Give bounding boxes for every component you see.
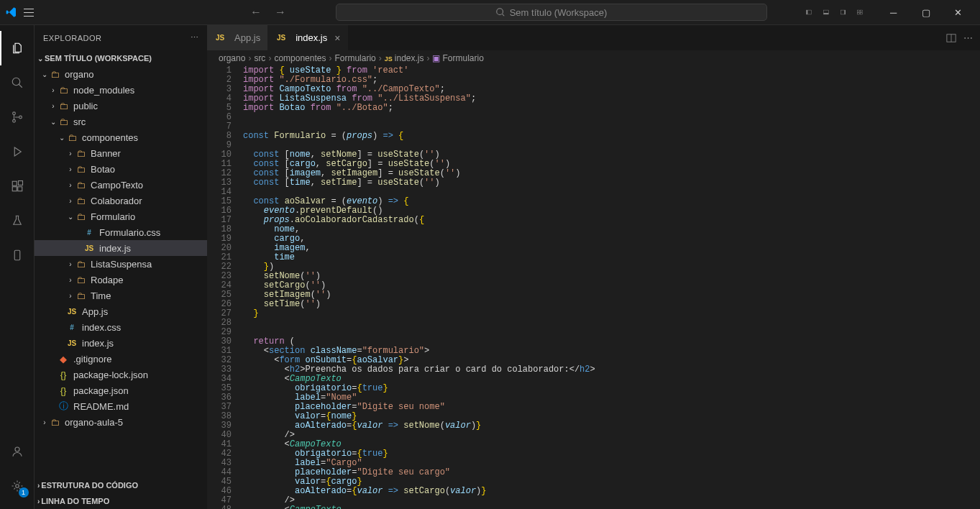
window-maximize[interactable]: ▢	[910, 0, 942, 25]
tree-item[interactable]: ⓘREADME.md	[35, 398, 207, 414]
tree-item[interactable]: ›🗀ListaSuspensa	[35, 256, 207, 272]
search-placeholder: Sem título (Workspace)	[510, 7, 608, 18]
nav-forward-icon[interactable]: →	[275, 6, 286, 19]
debug-icon	[11, 145, 24, 158]
tree-item[interactable]: ›🗀public	[35, 98, 207, 114]
tree-item[interactable]: ⌄🗀componentes	[35, 129, 207, 145]
tree-item[interactable]: ⌄🗀Formulario	[35, 208, 207, 224]
tree-item-label: Rodape	[91, 275, 124, 285]
layout-customize-icon[interactable]	[857, 6, 863, 18]
activity-account[interactable]	[0, 434, 35, 469]
outline-header[interactable]: › ESTRUTURA DO CÓDIGO	[35, 477, 207, 493]
activity-explorer[interactable]	[0, 31, 35, 65]
svg-rect-10	[858, 12, 860, 14]
tree-item[interactable]: ⌄🗀organo	[35, 66, 207, 82]
device-icon	[11, 249, 24, 262]
breadcrumb-segment[interactable]: src	[254, 53, 265, 63]
tree-item[interactable]: #Formulario.css	[35, 224, 207, 240]
timeline-label: LINHA DO TEMPO	[41, 497, 109, 505]
tree-item-label: componentes	[82, 132, 138, 143]
svg-point-15	[12, 119, 15, 122]
svg-point-16	[19, 116, 22, 119]
breadcrumb-segment[interactable]: JSindex.js	[385, 53, 424, 63]
js-file-icon: JS	[214, 32, 226, 44]
tree-item[interactable]: JSindex.js	[35, 240, 207, 256]
window-close[interactable]: ✕	[942, 0, 974, 25]
command-center[interactable]: Sem título (Workspace)	[336, 4, 767, 21]
tree-item[interactable]: JSApp.js	[35, 303, 207, 319]
tree-item[interactable]: ›🗀organo-aula-5	[35, 414, 207, 430]
activity-bar: 1	[0, 25, 35, 509]
beaker-icon	[11, 214, 24, 227]
editor-tab[interactable]: JSApp.js	[207, 25, 268, 50]
tree-item-label: public	[73, 101, 98, 111]
tree-item[interactable]: ›🗀Colaborador	[35, 193, 207, 208]
sidebar-more-icon[interactable]: ⋯	[191, 33, 199, 42]
tree-item-label: ListaSuspensa	[91, 259, 152, 270]
title-bar: ← → Sem título (Workspace) ─ ▢ ✕	[0, 0, 980, 25]
layout-sidebar-left-icon[interactable]	[806, 6, 812, 18]
tree-item-label: Botao	[91, 164, 115, 175]
account-icon	[11, 445, 24, 458]
breadcrumb-segment[interactable]: Formulario	[334, 53, 375, 63]
svg-rect-19	[17, 187, 22, 191]
svg-rect-5	[823, 13, 828, 14]
breadcrumb[interactable]: organo›src›componentes›Formulario›JSinde…	[207, 50, 980, 66]
activity-testing[interactable]	[0, 203, 35, 238]
activity-debug[interactable]	[0, 134, 35, 169]
code-editor[interactable]: 1234567891011121314151617181920212223242…	[207, 66, 980, 509]
breadcrumb-segment[interactable]: ▣Formulario	[432, 53, 483, 63]
workspace-label: SEM TÍTULO (WORKSPACE)	[45, 54, 152, 63]
svg-point-12	[12, 78, 20, 86]
split-editor-icon[interactable]	[946, 33, 956, 43]
tree-item[interactable]: ⌄🗀src	[35, 114, 207, 129]
tree-item[interactable]: {}package.json	[35, 382, 207, 398]
tree-item-label: Banner	[91, 148, 121, 159]
tree-item[interactable]: ›🗀CampoTexto	[35, 177, 207, 193]
svg-rect-9	[861, 10, 863, 12]
tree-item-label: App.js	[82, 306, 108, 317]
breadcrumb-segment[interactable]: componentes	[274, 53, 326, 63]
activity-settings[interactable]: 1	[0, 469, 35, 503]
tree-item[interactable]: ◆.gitignore	[35, 351, 207, 367]
tab-more-icon[interactable]: ⋯	[963, 32, 973, 43]
tree-item[interactable]: ›🗀node_modules	[35, 82, 207, 98]
code-content[interactable]: import { useState } from 'react'import "…	[243, 66, 980, 509]
sidebar-title: EXPLORADOR	[43, 34, 101, 42]
settings-badge: 1	[19, 487, 29, 497]
svg-point-0	[496, 9, 503, 15]
tree-item[interactable]: {}package-lock.json	[35, 367, 207, 382]
nav-back-icon[interactable]: ←	[250, 6, 262, 19]
breadcrumb-segment[interactable]: organo	[219, 53, 245, 63]
activity-device[interactable]	[0, 238, 35, 272]
vscode-logo-icon	[6, 6, 17, 18]
activity-source-control[interactable]	[0, 100, 35, 134]
tree-item-label: CampoTexto	[91, 180, 143, 191]
svg-rect-8	[858, 10, 860, 12]
tree-item[interactable]: JSindex.js	[35, 335, 207, 351]
tree-item-label: Formulario.css	[99, 227, 160, 238]
tree-item[interactable]: ›🗀Time	[35, 288, 207, 303]
editor-tab[interactable]: JSindex.js×	[268, 25, 348, 50]
svg-line-13	[19, 84, 22, 88]
activity-extensions[interactable]	[0, 169, 35, 203]
tree-item[interactable]: ›🗀Banner	[35, 145, 207, 161]
tree-item[interactable]: ›🗀Rodape	[35, 272, 207, 288]
tree-item[interactable]: #index.css	[35, 319, 207, 335]
tree-item-label: Colaborador	[91, 196, 142, 206]
tree-item[interactable]: ›🗀Botao	[35, 161, 207, 177]
window-minimize[interactable]: ─	[877, 0, 910, 25]
tab-label: index.js	[296, 32, 327, 43]
activity-search[interactable]	[0, 65, 35, 100]
workspace-header[interactable]: ⌄ SEM TÍTULO (WORKSPACE)	[35, 50, 207, 66]
menu-icon[interactable]	[23, 6, 35, 18]
layout-sidebar-right-icon[interactable]	[841, 6, 846, 18]
close-icon[interactable]: ×	[334, 32, 340, 44]
tab-label: App.js	[234, 32, 260, 43]
layout-panel-icon[interactable]	[823, 6, 829, 18]
timeline-header[interactable]: › LINHA DO TEMPO	[35, 493, 207, 509]
line-gutter: 1234567891011121314151617181920212223242…	[207, 66, 243, 509]
svg-point-14	[12, 112, 15, 115]
tree-item-label: .gitignore	[73, 354, 111, 364]
tree-item-label: index.js	[82, 338, 114, 349]
